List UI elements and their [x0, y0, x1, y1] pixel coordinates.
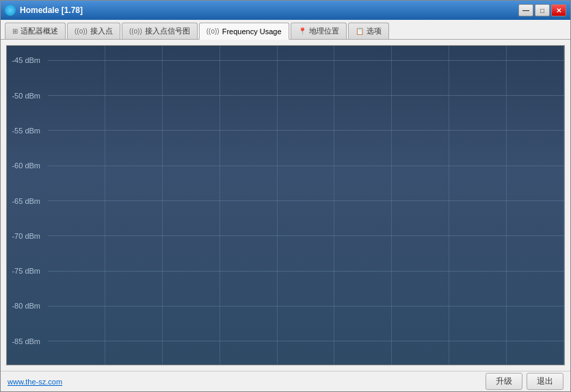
- main-window: Homedale [1.78] — □ ✕ ⊞ 适配器概述 ((o)) 接入点 …: [0, 0, 571, 392]
- tab-access-points-label: 接入点: [90, 26, 113, 36]
- minimize-button[interactable]: —: [518, 4, 533, 16]
- title-bar: Homedale [1.78] — □ ✕: [1, 1, 570, 20]
- y-label-5: -65 dBm: [7, 197, 44, 205]
- website-link[interactable]: www.the-sz.com: [8, 378, 62, 386]
- vert-line-5: [278, 46, 335, 365]
- vert-line-9: [507, 46, 564, 365]
- adapter-tab-icon: ⊞: [12, 27, 18, 35]
- y-label-9: -85 dBm: [7, 337, 44, 345]
- tab-frequency-label: Frequency Usage: [222, 27, 282, 36]
- upgrade-button[interactable]: 升级: [486, 373, 522, 390]
- tab-frequency[interactable]: ((o)) Frequency Usage: [199, 23, 289, 40]
- y-label-2: -50 dBm: [7, 92, 44, 100]
- vertical-grid-lines: [48, 46, 564, 365]
- vert-line-8: [449, 46, 507, 365]
- vert-line-4: [220, 46, 278, 365]
- frequency-tab-icon: ((o)): [207, 27, 220, 35]
- tab-ap-signal[interactable]: ((o)) 接入点信号图: [122, 23, 198, 39]
- vert-line-6: [334, 46, 392, 365]
- y-label-4: -60 dBm: [7, 161, 44, 170]
- y-label-6: -70 dBm: [7, 232, 44, 240]
- ap-signal-tab-icon: ((o)): [129, 27, 142, 35]
- tab-geo-label: 地理位置: [309, 26, 339, 36]
- chart-grid: -45 dBm -50 dBm -55 dBm -60 dBm -65 dBm: [7, 46, 564, 365]
- y-label-7: -75 dBm: [7, 267, 44, 275]
- app-icon: [5, 5, 16, 16]
- frequency-chart: -45 dBm -50 dBm -55 dBm -60 dBm -65 dBm: [6, 45, 565, 365]
- exit-button[interactable]: 退出: [527, 373, 563, 390]
- title-controls: — □ ✕: [518, 4, 566, 16]
- close-button[interactable]: ✕: [551, 4, 566, 16]
- ap-tab-icon: ((o)): [75, 27, 88, 35]
- y-label-8: -80 dBm: [7, 302, 44, 310]
- content-area: -45 dBm -50 dBm -55 dBm -60 dBm -65 dBm: [1, 40, 570, 371]
- tab-adapter-label: 适配器概述: [21, 26, 58, 36]
- tab-geo[interactable]: 📍 地理位置: [291, 23, 347, 39]
- options-tab-icon: 📋: [356, 27, 364, 35]
- vert-line-3: [163, 46, 220, 365]
- y-label-1: -45 dBm: [7, 56, 44, 64]
- tab-bar: ⊞ 适配器概述 ((o)) 接入点 ((o)) 接入点信号图 ((o)) Fre…: [1, 20, 570, 40]
- tab-options[interactable]: 📋 选项: [348, 23, 389, 39]
- title-bar-left: Homedale [1.78]: [5, 5, 83, 16]
- geo-tab-icon: 📍: [298, 27, 306, 35]
- tab-access-points[interactable]: ((o)) 接入点: [67, 23, 120, 39]
- vert-line-7: [392, 46, 449, 365]
- tab-options-label: 选项: [367, 26, 382, 36]
- y-label-3: -55 dBm: [7, 127, 44, 135]
- status-bar: www.the-sz.com 升级 退出: [1, 371, 570, 391]
- vert-line-2: [105, 46, 163, 365]
- tab-ap-signal-label: 接入点信号图: [145, 26, 190, 36]
- window-title: Homedale [1.78]: [20, 5, 83, 15]
- maximize-button[interactable]: □: [535, 4, 550, 16]
- status-buttons: 升级 退出: [486, 373, 563, 390]
- vert-line-1: [48, 46, 105, 365]
- tab-adapter[interactable]: ⊞ 适配器概述: [5, 23, 66, 39]
